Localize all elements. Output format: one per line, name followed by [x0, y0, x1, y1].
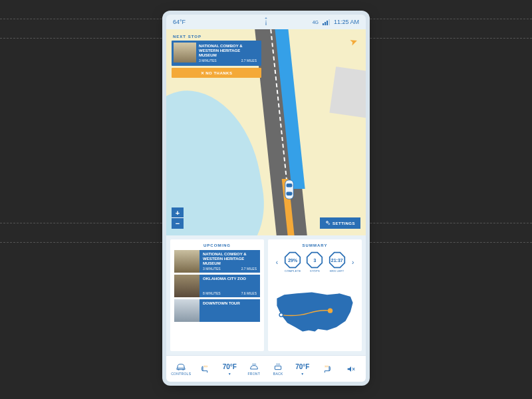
svg-point-9 [328, 308, 332, 313]
status-bar: 64°F 4G 11:25 AM [166, 15, 366, 29]
vehicle-marker [283, 179, 295, 200]
no-thanks-button[interactable]: NO THANKS [172, 68, 261, 78]
zoom-out-button[interactable]: − [172, 218, 184, 229]
zoom-in-button[interactable]: + [172, 207, 184, 218]
upcoming-item[interactable]: NATIONAL COWBOY & WESTERN HERITAGE MUSEU… [174, 250, 260, 273]
svg-point-3 [327, 221, 329, 223]
seat-heat-right-button[interactable] [315, 364, 339, 374]
outside-temperature: 64°F [173, 19, 186, 25]
upcoming-item-time: 3 MINUTES [203, 267, 221, 271]
svg-point-4 [329, 223, 330, 225]
upcoming-item-time: 8 MINUTES [203, 291, 221, 295]
signal-icon [323, 19, 330, 25]
zoom-controls: + − [172, 207, 184, 229]
temp-right-icon: 70°F [297, 362, 308, 371]
upcoming-item[interactable]: DOWNTOWN TOUR [174, 299, 260, 322]
upcoming-item-title: NATIONAL COWBOY & WESTERN HERITAGE MUSEU… [203, 252, 257, 267]
upcoming-title: UPCOMING [174, 243, 260, 247]
defrost-front-icon [249, 362, 259, 371]
upcoming-image [174, 299, 200, 322]
upcoming-item-title: DOWNTOWN TOUR [203, 301, 257, 306]
network-label: 4G [313, 20, 319, 25]
defrost-rear-button[interactable]: BACK [266, 362, 291, 376]
upcoming-item[interactable]: OKLAHOMA CITY ZOO 8 MINUTES7.6 MILES [174, 275, 260, 297]
navigation-map[interactable]: ➤ NEXT STOP NATIONAL COWBOY & WESTERN HE… [166, 29, 366, 235]
upcoming-panel: UPCOMING NATIONAL COWBOY & WESTERN HERIT… [170, 239, 264, 351]
seat-heat-left-icon [200, 364, 211, 374]
trip-overview-map[interactable] [272, 277, 358, 347]
volume-mute-button[interactable] [339, 364, 364, 374]
volume-mute-icon [346, 364, 356, 374]
svg-point-10 [178, 369, 180, 370]
upcoming-item-distance: 7.6 MILES [241, 291, 257, 295]
svg-rect-0 [285, 180, 293, 199]
upcoming-item-distance: 2.7 MILES [241, 267, 257, 271]
controls-button[interactable]: CONTROLS [169, 362, 194, 376]
next-stop-body[interactable]: NATIONAL COWBOY & WESTERN HERITAGE MUSEU… [172, 41, 261, 66]
gear-icon [325, 220, 331, 226]
svg-rect-2 [287, 192, 293, 196]
next-stop-time: 3 MINUTES [199, 59, 217, 63]
svg-point-8 [279, 313, 283, 317]
tesla-logo [261, 17, 271, 27]
defrost-front-button[interactable]: FRONT [242, 362, 267, 376]
summary-prev-button[interactable]: ‹ [275, 259, 279, 266]
upcoming-image [174, 275, 200, 297]
settings-button[interactable]: SETTINGS [320, 217, 360, 229]
summary-panel: SUMMARY ‹ 29% COMPLETE 3 STOPS 21:37 HRS… [268, 239, 362, 351]
next-stop-distance: 2.7 MILES [241, 59, 257, 63]
info-panels: UPCOMING NATIONAL COWBOY & WESTERN HERIT… [166, 235, 366, 355]
svg-point-11 [183, 369, 184, 370]
next-stop-title: NATIONAL COWBOY & WESTERN HERITAGE MUSEU… [199, 44, 257, 59]
temp-left-button[interactable]: 70°F ▼ [217, 362, 242, 376]
map-building [329, 66, 366, 118]
next-stop-label: NEXT STOP [172, 35, 261, 39]
upcoming-item-title: OKLAHOMA CITY ZOO [203, 277, 257, 281]
seat-heat-left-button[interactable] [194, 364, 218, 374]
climate-controls-bar: CONTROLS 70°F ▼ FRONT BACK 70°F ▼ [166, 355, 366, 382]
stat-stops: 3 STOPS [306, 251, 323, 273]
defrost-rear-icon [273, 362, 283, 371]
car-icon [176, 362, 186, 371]
compass-icon[interactable]: ➤ [348, 35, 360, 47]
svg-rect-12 [275, 366, 281, 369]
seat-heat-right-icon [321, 364, 332, 374]
stat-hours: 21:37 HRS LEFT [329, 251, 346, 273]
svg-rect-1 [287, 184, 293, 187]
settings-label: SETTINGS [332, 221, 355, 225]
summary-title: SUMMARY [272, 243, 358, 247]
upcoming-image [174, 250, 200, 273]
stat-complete: 29% COMPLETE [284, 251, 301, 273]
vehicle-touchscreen: 64°F 4G 11:25 AM ➤ NEXT STOP NATIONAL CO… [166, 15, 366, 382]
clock: 11:25 AM [334, 19, 359, 25]
temp-left-icon: 70°F [224, 362, 235, 371]
next-stop-card: NEXT STOP NATIONAL COWBOY & WESTERN HERI… [172, 35, 261, 78]
next-stop-image [174, 43, 196, 63]
summary-next-button[interactable]: › [350, 259, 355, 266]
temp-right-button[interactable]: 70°F ▼ [291, 362, 315, 376]
